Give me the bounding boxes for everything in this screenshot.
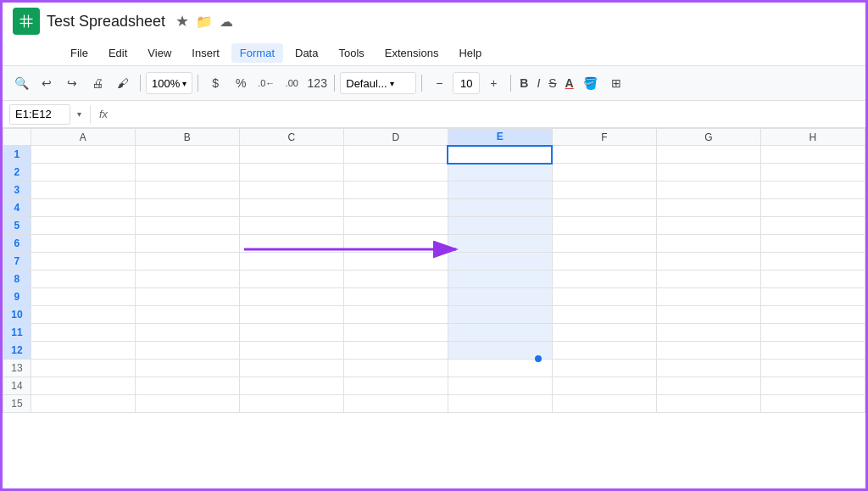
- cell-A14[interactable]: [31, 377, 135, 395]
- cell-B12[interactable]: [135, 342, 239, 360]
- cell-A1[interactable]: [31, 146, 135, 164]
- font-size-box[interactable]: 10: [453, 72, 480, 94]
- cell-F7[interactable]: [552, 253, 656, 271]
- cell-H1[interactable]: [760, 146, 865, 164]
- row-header-5[interactable]: 5: [3, 217, 31, 235]
- menu-item-extensions[interactable]: Extensions: [376, 43, 448, 63]
- cell-D12[interactable]: [343, 342, 448, 360]
- cell-E8[interactable]: [448, 271, 552, 288]
- cell-H8[interactable]: [760, 271, 865, 288]
- row-header-13[interactable]: 13: [3, 360, 31, 377]
- cell-F1[interactable]: [552, 146, 656, 164]
- strikethrough-button[interactable]: S: [545, 71, 559, 95]
- cell-H4[interactable]: [760, 199, 865, 217]
- menu-item-edit[interactable]: Edit: [100, 43, 136, 63]
- row-header-8[interactable]: 8: [3, 271, 31, 288]
- cell-ref-dropdown-icon[interactable]: ▾: [77, 109, 81, 119]
- font-size-increase-button[interactable]: +: [481, 71, 505, 95]
- cell-B9[interactable]: [135, 288, 239, 306]
- cell-H2[interactable]: [760, 164, 865, 181]
- cell-D10[interactable]: [343, 306, 448, 324]
- cell-B4[interactable]: [135, 199, 239, 217]
- currency-button[interactable]: $: [203, 71, 227, 95]
- cell-F8[interactable]: [552, 271, 656, 288]
- cell-A11[interactable]: [31, 324, 135, 342]
- cell-C7[interactable]: [239, 253, 343, 271]
- cell-D4[interactable]: [343, 199, 448, 217]
- cell-C8[interactable]: [239, 271, 343, 288]
- paint-format-button[interactable]: 🖌: [111, 71, 135, 95]
- cell-D7[interactable]: [343, 253, 448, 271]
- cell-C6[interactable]: [239, 235, 343, 253]
- cell-B3[interactable]: [135, 181, 239, 199]
- col-header-E[interactable]: E: [448, 129, 552, 146]
- cell-H10[interactable]: [760, 306, 865, 324]
- menu-item-help[interactable]: Help: [450, 43, 490, 63]
- cell-C2[interactable]: [239, 164, 343, 181]
- bold-button[interactable]: B: [516, 71, 531, 95]
- cell-D14[interactable]: [343, 377, 448, 395]
- cell-G13[interactable]: [656, 360, 760, 377]
- cell-H15[interactable]: [760, 395, 865, 413]
- row-header-9[interactable]: 9: [3, 288, 31, 306]
- cell-F6[interactable]: [552, 235, 656, 253]
- cell-E1[interactable]: [448, 146, 552, 164]
- fill-color-button[interactable]: 🪣: [579, 71, 603, 95]
- col-header-C[interactable]: C: [239, 129, 343, 146]
- cell-D9[interactable]: [343, 288, 448, 306]
- cell-F12[interactable]: [552, 342, 656, 360]
- cell-A10[interactable]: [31, 306, 135, 324]
- cell-C12[interactable]: [239, 342, 343, 360]
- cell-C3[interactable]: [239, 181, 343, 199]
- cell-A13[interactable]: [31, 360, 135, 377]
- zoom-selector[interactable]: 100% ▾: [146, 72, 192, 94]
- cell-H9[interactable]: [760, 288, 865, 306]
- cell-H12[interactable]: [760, 342, 865, 360]
- cell-A7[interactable]: [31, 253, 135, 271]
- cell-H13[interactable]: [760, 360, 865, 377]
- cloud-icon[interactable]: ☁: [220, 14, 233, 30]
- col-header-H[interactable]: H: [760, 129, 865, 146]
- cell-C11[interactable]: [239, 324, 343, 342]
- cell-G2[interactable]: [656, 164, 760, 181]
- row-header-15[interactable]: 15: [3, 395, 31, 413]
- cell-B7[interactable]: [135, 253, 239, 271]
- menu-item-format[interactable]: Format: [231, 43, 283, 63]
- cell-D15[interactable]: [343, 395, 448, 413]
- cell-C4[interactable]: [239, 199, 343, 217]
- cell-F3[interactable]: [552, 181, 656, 199]
- row-header-6[interactable]: 6: [3, 235, 31, 253]
- cell-E9[interactable]: [448, 288, 552, 306]
- cell-B6[interactable]: [135, 235, 239, 253]
- cell-E5[interactable]: [448, 217, 552, 235]
- cell-B15[interactable]: [135, 395, 239, 413]
- cell-A5[interactable]: [31, 217, 135, 235]
- cell-A2[interactable]: [31, 164, 135, 181]
- cell-B13[interactable]: [135, 360, 239, 377]
- cell-A4[interactable]: [31, 199, 135, 217]
- decimal-inc-button[interactable]: .00: [280, 71, 303, 95]
- row-header-14[interactable]: 14: [3, 377, 31, 395]
- fill-handle-dot[interactable]: [535, 355, 542, 362]
- cell-A6[interactable]: [31, 235, 135, 253]
- cell-G9[interactable]: [656, 288, 760, 306]
- formula-input[interactable]: [113, 108, 859, 120]
- cell-D11[interactable]: [343, 324, 448, 342]
- cell-E3[interactable]: [448, 181, 552, 199]
- cell-C15[interactable]: [239, 395, 343, 413]
- more-formats-button[interactable]: 123: [305, 71, 329, 95]
- percent-button[interactable]: %: [229, 71, 253, 95]
- cell-G5[interactable]: [656, 217, 760, 235]
- cell-E10[interactable]: [448, 306, 552, 324]
- font-size-decrease-button[interactable]: −: [427, 71, 451, 95]
- cell-E7[interactable]: [448, 253, 552, 271]
- cell-G14[interactable]: [656, 377, 760, 395]
- row-header-11[interactable]: 11: [3, 324, 31, 342]
- row-header-10[interactable]: 10: [3, 306, 31, 324]
- cell-E15[interactable]: [448, 395, 552, 413]
- cell-F10[interactable]: [552, 306, 656, 324]
- search-button[interactable]: 🔍: [9, 71, 33, 95]
- row-header-2[interactable]: 2: [3, 164, 31, 181]
- row-header-4[interactable]: 4: [3, 199, 31, 217]
- cell-B10[interactable]: [135, 306, 239, 324]
